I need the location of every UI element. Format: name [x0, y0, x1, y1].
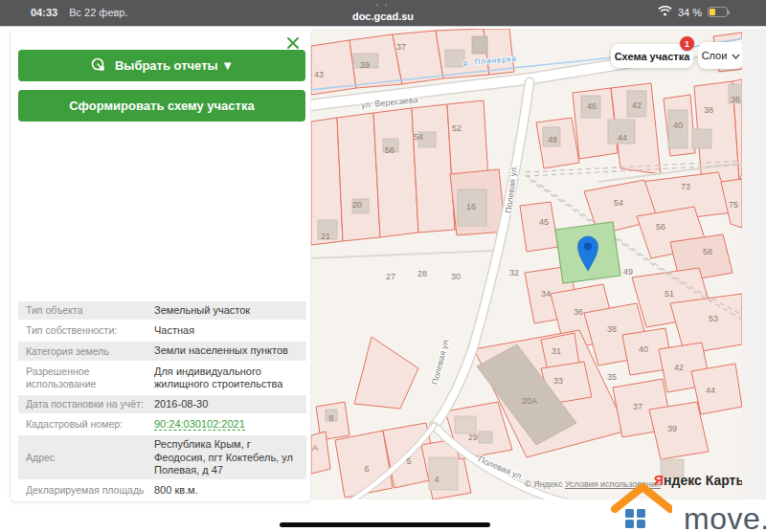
parcel-number: 5: [406, 456, 411, 466]
parcel-number: 42: [674, 363, 684, 372]
parcel-number: 54: [414, 132, 423, 142]
parcel-number: 53: [709, 314, 718, 323]
property-value: 800 кв.м.: [148, 484, 299, 497]
parcel-number: 6: [364, 464, 369, 474]
parcel-number: 48: [548, 135, 557, 144]
parcel-number: 8: [328, 413, 333, 423]
badge-count: 1: [685, 39, 689, 49]
property-row: Категория земельЗемли населенных пунктов: [18, 342, 306, 360]
cadastral-number-link[interactable]: 90:24:030102:2021: [148, 418, 299, 431]
parcel-number: 37: [633, 402, 642, 411]
parcel-number: 38: [607, 324, 617, 334]
property-row: Декларируемая площадь800 кв.м.: [18, 481, 306, 499]
parcel-number: 38: [704, 105, 713, 115]
parcel-number: 39: [667, 424, 677, 433]
select-reports-label: Выбрать отчеты ▼: [115, 58, 234, 73]
generate-scheme-button[interactable]: Сформировать схему участка: [18, 90, 305, 122]
parcel-number: 44: [706, 386, 715, 395]
parcel-number: 37: [396, 42, 406, 52]
parcel-number: 4: [434, 475, 439, 484]
property-table: Тип объектаЗемельный участокТип собствен…: [18, 301, 306, 502]
property-value: Земельный участок: [148, 304, 299, 317]
property-label: Адрес: [26, 452, 148, 464]
parcel-number: 30: [451, 272, 461, 281]
parcel-number: А: [312, 443, 318, 453]
property-label: Дата постановки на учёт:: [26, 398, 148, 410]
parcel-number: 36: [731, 95, 740, 104]
parcel-number: 75: [729, 200, 738, 210]
scheme-button-label: Схема участка: [615, 51, 690, 62]
parcel-number: 39: [360, 60, 370, 70]
page-edge: [742, 29, 766, 499]
property-label: Тип объекта: [26, 304, 148, 317]
property-row: Дата постановки на учёт:2016-08-30: [18, 395, 306, 413]
screen: 04:33 Вс 22 февр. • • doc.gcad.su 34 %: [0, 0, 766, 532]
parcel-number: 16: [466, 202, 476, 211]
property-label: Кадастровый номер:: [26, 418, 148, 431]
property-value: 2016-08-30: [148, 398, 299, 410]
parcel-number: 31: [552, 346, 561, 356]
house-icon: [611, 483, 672, 532]
parcel-number: 21: [321, 232, 330, 241]
parcel-number: 45: [539, 217, 549, 227]
parcel-number: 33: [553, 376, 563, 386]
layers-button[interactable]: Слои: [698, 42, 742, 69]
parcel-number: 29: [468, 432, 478, 442]
select-reports-button[interactable]: Выбрать отчеты ▼: [18, 50, 305, 81]
parcel-number: 27: [386, 272, 395, 281]
parcel-number: 52: [452, 123, 462, 133]
parcel-number: 42: [632, 100, 642, 110]
parcel-number: 73: [681, 182, 690, 191]
property-row: Кадастровая стоимость1695169.89 рублей: [18, 501, 306, 502]
property-row: Кадастровый номер:90:24:030102:2021: [18, 415, 306, 433]
property-label: Категория земель: [26, 345, 148, 358]
property-label: Декларируемая площадь: [26, 484, 148, 497]
property-label: Разрешенное использование: [26, 366, 148, 389]
parcel-number: 32: [509, 268, 519, 277]
property-value: Для индивидуального жилищного строительс…: [148, 366, 299, 390]
property-value: Земли населенных пунктов: [148, 344, 299, 357]
parcel-number: 54: [614, 198, 623, 208]
parcel-number: 51: [665, 289, 674, 299]
parcel-number: 34: [541, 289, 551, 299]
parcel-number: 56: [656, 222, 665, 232]
target-arrow-icon: [90, 56, 106, 76]
parcel-number: 35: [607, 372, 617, 382]
info-panel: Выбрать отчеты ▼ Сформировать схему учас…: [10, 32, 311, 502]
wifi-icon: [658, 6, 672, 18]
map-svg[interactable]: 4339374642363840445654524816202173755456…: [311, 29, 742, 499]
parcel-number: 44: [618, 133, 627, 143]
battery-percent: 34 %: [678, 7, 702, 18]
chevron-down-icon: [732, 50, 740, 61]
property-value: Республика Крым, г Феодосия, пгт Коктебе…: [148, 438, 299, 477]
property-row: Тип объектаЗемельный участок: [18, 301, 306, 320]
parcel-number: 43: [314, 70, 324, 79]
parcel-number: 46: [587, 101, 597, 111]
parcel-number: 20: [352, 200, 362, 210]
move-ru-watermark: move.ru: [611, 483, 766, 532]
status-bar: 04:33 Вс 22 февр. • • doc.gcad.su 34 %: [0, 0, 766, 27]
parcel-number: 58: [703, 247, 712, 256]
property-row: Тип собственности:Частная: [18, 321, 306, 340]
parcel-number: 40: [673, 121, 683, 130]
property-label: Тип собственности:: [26, 324, 148, 337]
parcel-number: 49: [623, 267, 633, 277]
parcel-number: 28: [417, 269, 427, 278]
generate-scheme-label: Сформировать схему участка: [69, 99, 254, 113]
watermark-text: move.ru: [684, 504, 766, 532]
url-text: doc.gcad.su: [0, 11, 766, 22]
parcel-number: 36: [574, 307, 583, 317]
page-dots: • •: [0, 2, 766, 8]
copyright-text: © Яндекс: [525, 479, 562, 489]
layers-button-label: Слои: [702, 50, 728, 61]
parcel-number: 56: [385, 145, 394, 155]
parcel-number: 20А: [522, 396, 537, 406]
notification-badge: 1: [680, 36, 694, 51]
battery-icon: [708, 7, 728, 17]
parcel-number: 40: [639, 344, 648, 354]
property-value: Частная: [148, 324, 299, 337]
home-indicator[interactable]: [280, 522, 490, 527]
property-row: Разрешенное использованиеДля индивидуаль…: [18, 363, 306, 393]
map[interactable]: 4339374642363840445654524816202173755456…: [311, 29, 742, 499]
property-row: АдресРеспублика Крым, г Феодосия, пгт Ко…: [18, 435, 306, 479]
